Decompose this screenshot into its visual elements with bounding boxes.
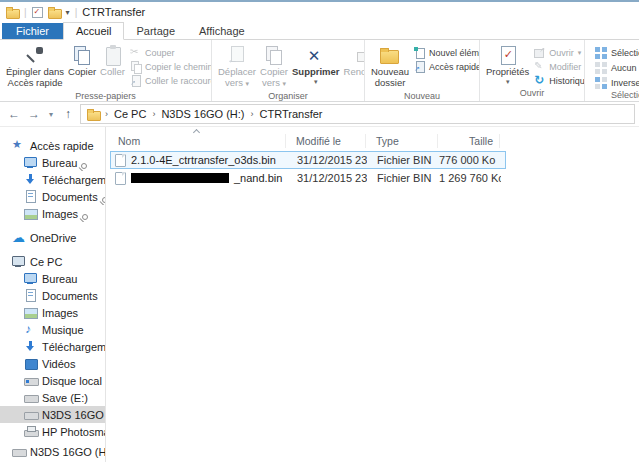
tab-fichier[interactable]: Fichier [2,23,63,39]
file-rows: 2.1.0-4E_ctrtransfer_o3ds.bin31/12/2015 … [106,151,639,187]
open-icon [534,47,545,58]
quick-access-button[interactable]: Accès rapide ▾ [414,61,480,72]
delete-button[interactable]: Supprimer ▾ [290,43,342,87]
pin-to-quick-access-button[interactable]: Épingler dans Accès rapide [4,43,66,90]
copy-to-button[interactable]: Copier vers ▾ [258,43,290,90]
sidebar-item-documents[interactable]: Documents [0,188,105,205]
copy-path-button[interactable]: Copier le chemin d'accès [130,61,212,72]
edit-button[interactable]: Modifier [534,61,585,72]
desktop-icon [24,156,37,169]
tab-accueil[interactable]: Accueil [63,22,124,40]
sidebar-item-musique[interactable]: Musique [0,321,105,338]
sidebar-item-onedrive[interactable]: OneDrive [0,229,105,246]
invert-selection-button[interactable]: Inverser la sélection [595,77,639,89]
edit-icon [534,61,545,72]
file-name: 2.1.0-4E_ctrtransfer_o3ds.bin [131,154,276,166]
new-folder-icon [379,46,401,64]
sidebar-item-label: Bureau [42,273,77,285]
open-button[interactable]: Ouvrir ▾ [534,47,585,58]
file-size: 1 269 760 Ko [439,172,501,184]
paste-icon [104,45,122,65]
sidebar-item-vid-os[interactable]: Vidéos [0,355,105,372]
qat-new-folder-icon[interactable] [48,6,61,19]
recent-locations-icon[interactable]: ▾ [46,110,56,119]
breadcrumb-item[interactable]: Ce PC [114,108,146,120]
sidebar-item-label: HP Photosmart Pre [42,426,105,438]
ribbon-tab-bar: Fichier Accueil Partage Affichage [0,22,639,40]
sidebar-item-acc-s-rapide[interactable]: Accès rapide [0,137,105,154]
sidebar-item-label: Documents [42,191,98,203]
file-type: Fichier BIN [367,172,439,184]
tab-affichage[interactable]: Affichage [187,23,257,39]
drive-icon [12,445,25,458]
window-folder-icon [6,6,19,19]
file-modified: 31/12/2015 23:00 [287,154,367,166]
paste-shortcut-button[interactable]: Coller le raccourci [130,75,212,86]
sidebar-item-label: Documents [42,290,98,302]
select-all-button[interactable]: Sélectionner tout [595,47,639,59]
file-modified: 31/12/2015 23:00 [287,172,367,184]
sidebar-item-disque-local-c-[interactable]: Disque local (C:) [0,372,105,389]
sidebar-item-label: OneDrive [30,232,76,244]
sidebar-item-ce-pc[interactable]: Ce PC [0,253,105,270]
qat-customize-icon[interactable]: ▾ [66,8,70,17]
page-icon [115,172,126,185]
main-area: Accès rapideBureauTéléchargementsDocumen… [0,127,639,462]
up-button[interactable]: ↑ [60,107,76,121]
back-button[interactable]: ← [6,107,22,121]
sidebar-item-n3ds-16go-h-[interactable]: N3DS 16GO (H:) [0,443,105,460]
tab-partage[interactable]: Partage [124,23,187,39]
forward-button[interactable]: → [26,107,42,121]
navigation-pane: Accès rapideBureauTéléchargementsDocumen… [0,127,106,462]
copy-button[interactable]: Copier [66,43,98,79]
sidebar-item-label: Images [42,208,78,220]
pin-icon [99,196,105,206]
quick-access-icon [414,61,425,72]
sidebar-item-bureau[interactable]: Bureau [0,154,105,171]
paste-button[interactable]: Coller [98,43,127,79]
address-box[interactable]: ›Ce PC›N3DS 16GO (H:)›CTRTransfer [80,104,635,124]
sidebar-item-n3ds-16go-h-[interactable]: N3DS 16GO (H:) [0,406,105,423]
properties-button[interactable]: Propriétés ▾ [484,43,531,87]
file-row[interactable]: _nand.bin31/12/2015 23:00Fichier BIN1 26… [110,169,506,187]
rename-button[interactable]: Renommer [342,43,365,79]
sidebar-item-label: Ce PC [30,256,62,268]
column-header-type[interactable]: Type [366,134,438,148]
sidebar-item-images[interactable]: Images [0,304,105,321]
file-list-pane[interactable]: Nom Modifié le Type Taille 2.1.0-4E_ctrt… [106,127,639,462]
file-explorer-window: | ▾ | CTRTransfer Fichier Accueil Partag… [0,0,639,462]
select-none-button[interactable]: Aucun [595,62,639,74]
new-folder-button[interactable]: Nouveau dossier [369,43,411,90]
sidebar-item-t-l-chargements[interactable]: Téléchargements [0,171,105,188]
file-row[interactable]: 2.1.0-4E_ctrtransfer_o3ds.bin31/12/2015 … [110,151,506,169]
column-header-size[interactable]: Taille [438,134,500,148]
group-label-clipboard: Presse-papiers [0,90,211,101]
document-icon [24,190,37,203]
move-to-icon [227,45,247,65]
group-label-new: Nouveau [365,90,479,101]
sidebar-item-hp-photosmart-pre[interactable]: HP Photosmart Pre [0,423,105,440]
cut-button[interactable]: Couper [130,47,212,58]
drive-icon [24,391,37,404]
file-name: _nand.bin [234,172,282,184]
move-to-button[interactable]: Déplacer vers ▾ [216,43,258,90]
breadcrumb-item[interactable]: CTRTransfer [260,108,323,120]
sidebar-item-documents[interactable]: Documents [0,287,105,304]
column-header-modified[interactable]: Modifié le [286,134,366,148]
qat-properties-icon[interactable] [32,7,43,18]
pictures-icon [24,306,37,319]
sidebar-item-images[interactable]: Images [0,205,105,222]
copy-to-icon [264,45,284,65]
sidebar-item-t-l-chargements[interactable]: Téléchargements [0,338,105,355]
breadcrumb-item[interactable]: N3DS 16GO (H:) [161,108,244,120]
file-name-cell: 2.1.0-4E_ctrtransfer_o3ds.bin [111,154,287,167]
sidebar-item-save-e-[interactable]: Save (E:) [0,389,105,406]
drive-icon [24,408,37,421]
pin-icon [78,162,88,172]
sidebar-item-bureau[interactable]: Bureau [0,270,105,287]
download-icon [24,340,37,353]
sidebar-item-label: Images [42,307,78,319]
new-item-button[interactable]: Nouvel élément ▾ [414,47,480,58]
history-button[interactable]: Historique [534,75,585,86]
ribbon: Épingler dans Accès rapide Copier Coller… [0,40,639,102]
